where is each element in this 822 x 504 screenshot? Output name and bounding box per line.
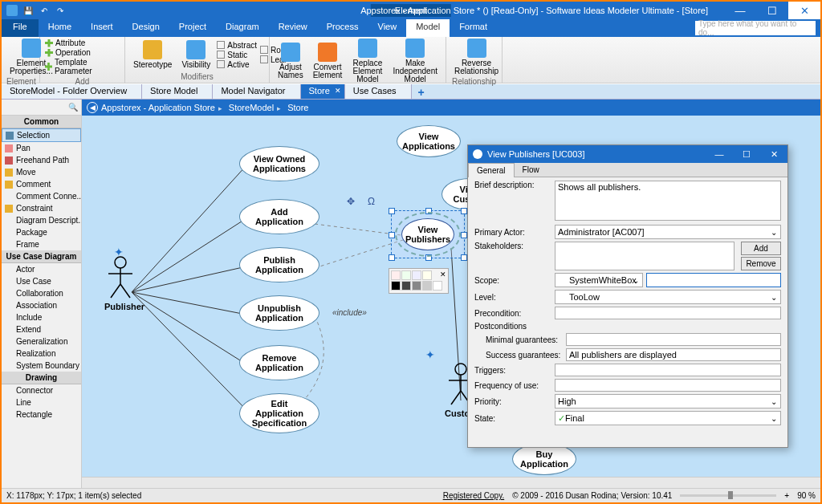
dialog-minimize-button[interactable]: — — [706, 145, 733, 163]
menu-view[interactable]: View — [368, 19, 407, 37]
tool-selection[interactable]: Selection — [2, 128, 81, 142]
tool-usecase[interactable]: Use Case — [2, 275, 81, 287]
usecase-view-owned[interactable]: View OwnedApplications — [239, 146, 319, 181]
brief-description-field[interactable] — [555, 181, 781, 221]
active-checkbox[interactable]: Active — [217, 60, 257, 69]
tool-move[interactable]: Move — [2, 166, 81, 178]
menu-model[interactable]: Model — [406, 19, 450, 37]
breadcrumb-item[interactable]: Appstorex - Application Store — [101, 103, 226, 112]
breadcrumb-item[interactable]: StoreModel — [229, 103, 284, 112]
search-input[interactable]: Type here what you want to do... — [695, 21, 816, 35]
state-select[interactable]: ✓ Final — [555, 411, 781, 425]
mini-toolbar[interactable]: ✕ — [389, 268, 449, 294]
add-template-parameter-button[interactable]: Template Parameter — [45, 58, 120, 75]
undo-icon[interactable]: ↶ — [39, 5, 50, 16]
menu-file[interactable]: File — [2, 19, 39, 37]
move-handle-icon[interactable]: ✥ — [347, 196, 355, 207]
dialog-maximize-button[interactable]: ☐ — [733, 145, 760, 163]
toolbox-header-common[interactable]: Common — [2, 116, 81, 128]
adjust-names-button[interactable]: AdjustNames — [275, 43, 307, 79]
dialog-titlebar[interactable]: View Publishers [UC003] — ☐ ✕ — [468, 145, 787, 163]
tab-storemodel-folder[interactable]: StoreModel - Folder Overview — [2, 84, 142, 99]
toolbox-search[interactable]: 🔍 — [2, 100, 81, 116]
tool-comment-conn[interactable]: Comment Conne.. — [2, 190, 81, 202]
redo-icon[interactable]: ↷ — [55, 5, 66, 16]
tool-diagram-desc[interactable]: Diagram Descript.. — [2, 214, 81, 226]
tool-rectangle[interactable]: Rectangle — [2, 408, 81, 421]
abstract-checkbox[interactable]: Abstract — [217, 41, 257, 50]
dialog-close-button[interactable]: ✕ — [760, 145, 787, 163]
visibility-button[interactable]: Visibility — [178, 40, 214, 69]
tool-realization[interactable]: Realization — [2, 348, 81, 360]
tab-store-model[interactable]: Store Model — [142, 84, 213, 99]
tool-system-boundary[interactable]: System Boundary — [2, 360, 81, 372]
close-icon[interactable]: ✕ — [335, 87, 341, 95]
tool-line[interactable]: Line — [2, 396, 81, 408]
frequency-field[interactable] — [555, 379, 781, 392]
triggers-field[interactable] — [555, 364, 781, 376]
tool-package[interactable]: Package — [2, 226, 81, 238]
menu-home[interactable]: Home — [39, 19, 81, 37]
usecase-publish[interactable]: PublishApplication — [239, 247, 319, 282]
precondition-field[interactable] — [555, 307, 781, 319]
stereotype-button[interactable]: Stereotype — [130, 40, 175, 69]
tool-include[interactable]: Include — [2, 311, 81, 323]
usecase-view-apps[interactable]: ViewApplications — [397, 125, 461, 157]
static-checkbox[interactable]: Static — [217, 51, 257, 59]
minimal-guarantees-field[interactable] — [566, 333, 781, 346]
reverse-relationship-button[interactable]: ReverseRelationship — [451, 39, 502, 75]
scope-input[interactable] — [646, 273, 781, 287]
add-icon[interactable]: ✦ — [425, 348, 435, 361]
zoom-slider[interactable] — [680, 494, 776, 497]
level-select[interactable]: TooLow — [555, 290, 781, 304]
tool-extend[interactable]: Extend — [2, 323, 81, 335]
dialog-tab-general[interactable]: General — [468, 163, 515, 177]
menu-diagram[interactable]: Diagram — [216, 19, 269, 37]
toolbox-header-drawing[interactable]: Drawing — [2, 372, 81, 384]
tool-association[interactable]: Association — [2, 299, 81, 311]
zoom-plus-icon[interactable]: + — [784, 491, 789, 500]
convert-element-button[interactable]: ConvertElement — [310, 43, 346, 79]
usecase-view-publishers[interactable]: ViewPublishers — [401, 218, 454, 250]
usecase-edit-spec[interactable]: EditApplicationSpecification — [239, 393, 319, 433]
breadcrumb-item[interactable]: Store — [287, 103, 308, 112]
scope-select[interactable]: SystemWhiteBox — [555, 273, 643, 287]
menu-insert[interactable]: Insert — [81, 19, 123, 37]
tab-model-navigator[interactable]: Model Navigator — [213, 84, 300, 99]
tool-collaboration[interactable]: Collaboration — [2, 287, 81, 299]
menu-design[interactable]: Design — [123, 19, 169, 37]
properties-dialog[interactable]: View Publishers [UC003] — ☐ ✕ General Fl… — [467, 144, 788, 448]
usecase-buy[interactable]: BuyApplication — [512, 443, 576, 475]
menu-process[interactable]: Process — [317, 19, 368, 37]
add-icon[interactable]: ✦ — [114, 246, 124, 258]
tab-store[interactable]: Store✕ — [301, 84, 345, 99]
make-independent-model-button[interactable]: Make IndependentModel — [389, 39, 441, 83]
tool-pan[interactable]: Pan — [2, 142, 81, 154]
tool-constraint[interactable]: Constraint — [2, 202, 81, 214]
primary-actor-select[interactable]: Administrator [AC007] — [555, 225, 781, 239]
menu-project[interactable]: Project — [169, 19, 216, 37]
replace-element-model-button[interactable]: ReplaceElement Model — [348, 39, 386, 83]
tool-freehand[interactable]: Freehand Path — [2, 154, 81, 166]
menu-format[interactable]: Format — [450, 19, 497, 37]
dialog-tab-flow[interactable]: Flow — [515, 163, 547, 177]
menu-review[interactable]: Review — [269, 19, 317, 37]
tool-connector[interactable]: Connector — [2, 384, 81, 396]
priority-select[interactable]: High — [555, 394, 781, 408]
add-attribute-button[interactable]: Attribute — [45, 39, 120, 47]
add-operation-button[interactable]: Operation — [45, 48, 120, 57]
horizontal-scrollbar[interactable] — [82, 477, 820, 488]
status-registered[interactable]: Registered Copy. — [443, 491, 505, 500]
actor-publisher[interactable]: Publisher — [104, 256, 144, 311]
diagram-canvas[interactable]: Publisher Customer ✦ ✦ View OwnedApplica… — [82, 116, 820, 477]
usecase-unpublish[interactable]: UnpublishApplication — [239, 295, 319, 331]
tool-comment[interactable]: Comment — [2, 178, 81, 190]
success-guarantees-field[interactable] — [566, 348, 781, 361]
nav-back-icon[interactable]: ◀ — [87, 102, 98, 113]
remove-stakeholder-button[interactable]: Remove — [741, 257, 781, 270]
tool-frame[interactable]: Frame — [2, 238, 81, 250]
save-icon[interactable]: 💾 — [22, 5, 34, 16]
rotate-handle-icon[interactable]: Ω — [368, 196, 375, 207]
tab-use-cases[interactable]: Use Cases — [345, 84, 412, 99]
tool-actor[interactable]: Actor — [2, 263, 81, 275]
